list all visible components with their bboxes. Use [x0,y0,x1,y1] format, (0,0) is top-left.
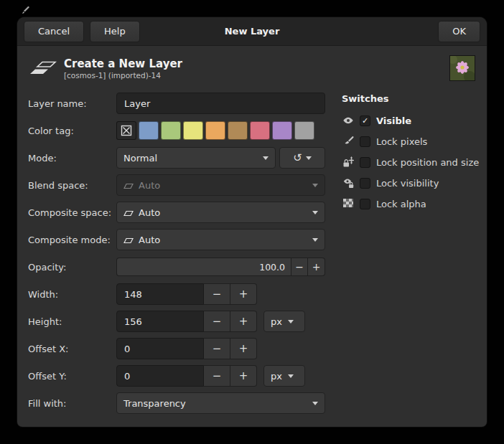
chevron-down-icon [263,156,269,160]
color-tag-purple[interactable] [272,121,292,140]
reset-icon: ↺ [293,151,302,164]
opacity-decrease-button[interactable]: − [291,258,308,276]
opacity-value: 100.0 [259,262,285,273]
lock-alpha-label: Lock alpha [376,199,426,209]
image-name: [cosmos-1] (imported)-14 [64,71,182,80]
color-tag-yellow[interactable] [183,121,203,140]
dialog-header-text: Create a New Layer [cosmos-1] (imported)… [64,57,182,80]
offset-y-decrease-button[interactable]: − [204,365,230,387]
checkmark-icon: ✓ [362,116,368,126]
mode-history-button[interactable]: ↺ [279,147,325,169]
offset-y-row: Offset Y: − + px [28,365,325,387]
new-layer-dialog: Cancel Help New Layer OK Create a New La… [17,17,487,427]
window-icon [20,4,29,18]
visible-checkbox[interactable]: ✓ [360,115,370,126]
width-decrease-button[interactable]: − [204,283,230,305]
opacity-row: Opacity: 100.0 − + [28,256,325,278]
lock-visibility-checkbox[interactable] [360,178,370,189]
color-tag-row: Color tag: [28,120,325,141]
color-tag-green[interactable] [161,121,181,140]
mode-label: Mode: [28,153,116,164]
layer-mini-icon [123,181,134,189]
dialog-content: Create a New Layer [cosmos-1] (imported)… [17,46,487,420]
composite-mode-dropdown[interactable]: Auto [116,229,325,250]
color-tag-orange[interactable] [205,121,225,140]
offset-y-input[interactable] [116,365,204,387]
size-unit-dropdown[interactable]: px [263,311,305,332]
dialog-heading: Create a New Layer [64,57,182,70]
width-increase-button[interactable]: + [230,283,257,305]
offset-x-increase-button[interactable]: + [230,338,257,359]
color-tag-none[interactable] [116,121,136,140]
help-button[interactable]: Help [90,21,140,42]
lock-alpha-checkbox[interactable] [360,199,370,209]
height-label: Height: [28,316,116,327]
cancel-button[interactable]: Cancel [24,21,84,42]
opacity-slider[interactable]: 100.0 [116,258,291,276]
paintbrush-icon [342,136,355,147]
dialog-title: New Layer [17,26,487,37]
ok-button[interactable]: OK [438,21,480,42]
switch-lock-position: Lock position and size [342,154,479,170]
fill-with-row: Fill with: Transparency [28,392,325,414]
layer-mini-icon [123,236,134,244]
opacity-label: Opacity: [28,262,116,273]
width-row: Width: − + [28,283,325,305]
desktop-background: Cancel Help New Layer OK Create a New La… [0,0,504,444]
offset-unit-dropdown[interactable]: px [263,365,305,387]
chevron-down-icon [312,211,318,214]
composite-space-row: Composite space: Auto [28,202,325,223]
color-tag-red[interactable] [250,121,270,140]
chevron-down-icon [312,184,318,187]
layer-name-label: Layer name: [28,98,116,109]
switch-lock-visibility: Lock visibility [342,175,479,191]
opacity-increase-button[interactable]: + [308,258,325,276]
new-layer-icon [28,58,57,78]
blend-space-dropdown[interactable]: Auto [116,174,325,196]
chevron-down-icon [306,156,312,160]
blend-space-row: Blend space: Auto [28,174,325,196]
switch-lock-alpha: Lock alpha [342,196,479,212]
offset-y-increase-button[interactable]: + [230,365,257,387]
image-thumbnail [449,55,475,81]
blend-space-label: Blend space: [28,180,116,191]
chevron-down-icon [312,238,318,242]
switches-heading: Switches [342,93,479,104]
height-input[interactable] [116,311,204,332]
visible-label: Visible [376,115,411,126]
lock-pixels-checkbox[interactable] [360,136,370,147]
none-x-icon [121,125,132,136]
color-tag-label: Color tag: [28,126,116,136]
composite-mode-value: Auto [139,235,160,245]
chevron-down-icon [288,374,294,378]
fill-with-dropdown[interactable]: Transparency [116,392,325,414]
dialog-headerbar: Cancel Help New Layer OK [17,17,487,46]
mode-row: Mode: Normal ↺ [28,147,325,169]
layer-name-input[interactable] [116,93,325,114]
color-tag-brown[interactable] [228,121,248,140]
mode-dropdown[interactable]: Normal [116,147,276,169]
color-tag-gray[interactable] [294,121,314,140]
width-input[interactable] [116,283,204,305]
height-decrease-button[interactable]: − [204,311,230,332]
switches-panel: Switches ✓ Visible [342,93,479,420]
composite-space-dropdown[interactable]: Auto [116,202,325,223]
composite-mode-label: Composite mode: [28,235,116,245]
lock-alpha-icon [342,198,355,209]
lock-position-icon [342,156,355,168]
height-increase-button[interactable]: + [230,311,257,332]
fill-with-label: Fill with: [28,398,116,409]
width-label: Width: [28,289,116,300]
offset-unit-value: px [271,371,282,382]
lock-position-checkbox[interactable] [360,157,370,168]
color-tag-blue[interactable] [139,121,159,140]
lock-pixels-label: Lock pixels [376,136,427,147]
chevron-down-icon [288,320,294,323]
fill-with-value: Transparency [123,398,186,409]
lock-visibility-label: Lock visibility [376,178,439,189]
offset-x-row: Offset X: − + [28,338,325,359]
eye-icon [342,115,355,126]
color-tag-swatches [116,121,314,140]
offset-x-input[interactable] [116,338,204,359]
offset-x-decrease-button[interactable]: − [204,338,230,359]
